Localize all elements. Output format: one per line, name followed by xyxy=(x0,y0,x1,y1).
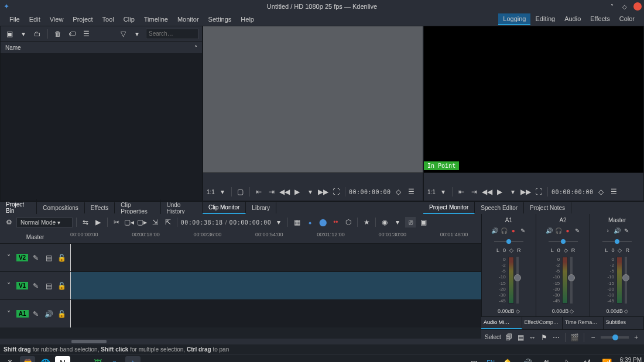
list-options-button[interactable]: ☰ xyxy=(81,29,91,39)
select-tool-5[interactable]: ⋯ xyxy=(552,332,560,343)
track-label-v2[interactable]: V2 xyxy=(16,254,28,261)
project-monitor-ruler[interactable] xyxy=(424,173,643,183)
balance-slider[interactable] xyxy=(494,238,523,245)
timeline-position[interactable]: 00:00:38:18 xyxy=(181,219,223,226)
effects-icon[interactable]: ✎ xyxy=(31,309,42,319)
balance-slider[interactable] xyxy=(602,238,632,245)
clip-options-button[interactable]: ☰ xyxy=(406,187,417,197)
project-forward-end-button[interactable]: ⇥ xyxy=(469,187,479,197)
clip-play-button[interactable]: ▶ xyxy=(292,187,303,197)
tray-wifi-icon[interactable]: 📶 xyxy=(599,356,614,363)
menu-clip[interactable]: Clip xyxy=(119,14,139,25)
tab-clip-monitor[interactable]: Clip Monitor xyxy=(203,202,246,214)
taskbar-kdenlive-icon[interactable]: ✦ xyxy=(125,356,141,363)
mute-icon[interactable]: 🔊 xyxy=(614,227,621,234)
menu-help[interactable]: Help xyxy=(236,14,259,25)
search-input[interactable] xyxy=(146,29,198,39)
db-readout[interactable]: 0.00dB xyxy=(552,308,569,314)
clip-set-zone-button[interactable]: ▢ xyxy=(235,187,246,197)
taskbar-image-icon[interactable]: 🖼 xyxy=(90,356,105,363)
lock-icon[interactable]: 🔓 xyxy=(56,309,67,319)
volume-fader[interactable] xyxy=(570,257,573,304)
project-play-button[interactable]: ▶ xyxy=(495,187,505,197)
layout-effects[interactable]: Effects xyxy=(585,13,614,25)
track-compositing-button[interactable]: ⇆ xyxy=(80,217,91,227)
overwrite-button[interactable]: ▢▸ xyxy=(137,217,148,227)
db-readout[interactable]: 0.00dB xyxy=(498,308,515,314)
menu-view[interactable]: View xyxy=(45,14,68,25)
tray-bluetooth-icon[interactable]: ᛒ xyxy=(559,356,574,363)
tray-icon-1[interactable]: ⊞ xyxy=(467,356,482,363)
taskbar-brave-icon[interactable]: 🦁 xyxy=(20,356,35,363)
tab-subtitles[interactable]: Subtitles xyxy=(604,317,645,329)
clip-rewind-button[interactable]: ◀◀ xyxy=(279,187,290,197)
track-v1[interactable]: ˅ V1 ✎ ▤ 🔓 xyxy=(0,271,481,299)
volume-fader[interactable] xyxy=(625,257,627,304)
clip-rewind-start-button[interactable]: ⇤ xyxy=(254,187,264,197)
tab-effect-composition[interactable]: Effect/Composition … xyxy=(522,317,563,329)
clip-timecode-spinner[interactable]: ◇ xyxy=(393,187,404,197)
expand-track-icon[interactable]: ˅ xyxy=(4,309,14,319)
select-tool-4[interactable]: ⚑ xyxy=(540,332,549,343)
lock-icon[interactable]: 🔓 xyxy=(56,253,67,263)
mute-icon[interactable]: 🔊 xyxy=(491,227,498,234)
clip-fullscreen-button[interactable]: ⛶ xyxy=(331,187,341,197)
menu-monitor[interactable]: Monitor xyxy=(173,14,204,25)
project-fastforward-button[interactable]: ▶▶ xyxy=(520,187,531,197)
marker-4-button[interactable]: •• xyxy=(330,217,341,227)
close-button[interactable] xyxy=(633,2,642,11)
marker-1-button[interactable]: ▦ xyxy=(292,217,302,227)
clip-monitor-ruler[interactable] xyxy=(203,173,423,183)
tab-compositions[interactable]: Compositions xyxy=(37,202,85,213)
timeline-dropdown-icon[interactable]: ▾ xyxy=(273,217,284,227)
clip-zoom-dropdown-icon[interactable]: ▾ xyxy=(217,187,228,197)
project-options-button[interactable]: ☰ xyxy=(609,187,619,197)
tab-effects[interactable]: Effects xyxy=(85,202,115,213)
expand-track-icon[interactable]: ˅ xyxy=(4,253,14,263)
project-play-dropdown-icon[interactable]: ▾ xyxy=(508,187,518,197)
project-timecode-spinner[interactable]: ◇ xyxy=(596,187,607,197)
menu-settings[interactable]: Settings xyxy=(204,14,237,25)
fx-icon[interactable]: ✎ xyxy=(623,227,630,234)
tab-audio-mixer[interactable]: Audio Mi… xyxy=(481,317,522,329)
add-clip-button[interactable]: ▣ xyxy=(4,29,15,39)
minimize-button[interactable]: ˅ xyxy=(608,2,616,11)
project-zoom-ratio[interactable]: 1:1 xyxy=(427,189,436,195)
start-menu-button[interactable]: ⁂ xyxy=(2,356,18,363)
tab-library[interactable]: Library xyxy=(246,202,276,213)
record-icon[interactable]: ● xyxy=(510,227,517,234)
solo-icon[interactable]: 🎧 xyxy=(501,227,508,234)
zoom-slider[interactable] xyxy=(601,336,629,339)
menu-project[interactable]: Project xyxy=(68,14,97,25)
maximize-button[interactable]: ◇ xyxy=(621,2,629,11)
expand-track-icon[interactable]: ˅ xyxy=(4,281,14,291)
effects-icon[interactable]: ✎ xyxy=(30,281,41,291)
effects-icon[interactable]: ✎ xyxy=(30,253,41,263)
db-readout[interactable]: 0.00dB xyxy=(606,308,623,314)
select-tool-3[interactable]: ↔ xyxy=(528,332,536,343)
tray-network-icon[interactable]: ⇅ xyxy=(539,356,554,363)
select-tool-2[interactable]: ▤ xyxy=(516,332,525,343)
filter-dropdown-icon[interactable]: ▾ xyxy=(132,29,142,39)
clip-forward-end-button[interactable]: ⇥ xyxy=(266,187,277,197)
zoom-in-button[interactable]: + xyxy=(632,332,640,343)
volume-fader[interactable] xyxy=(516,257,519,304)
master-track-label[interactable]: Master xyxy=(0,230,70,243)
insert-button[interactable]: ▢◂ xyxy=(124,217,135,227)
project-rewind-start-button[interactable]: ⇤ xyxy=(456,187,467,197)
timeline-ruler[interactable]: 00:00:00:00 00:00:18:00 00:00:36:00 00:0… xyxy=(70,230,481,243)
cut-button[interactable]: ✂ xyxy=(111,217,122,227)
collapse-icon[interactable]: ˄ xyxy=(194,44,197,51)
tab-project-notes[interactable]: Project Notes xyxy=(524,202,571,213)
select-tool-1[interactable]: 🗐 xyxy=(505,332,513,343)
tab-speech-editor[interactable]: Speech Editor xyxy=(475,202,524,213)
mute-icon[interactable]: ▤ xyxy=(43,281,54,291)
tray-volume-icon[interactable]: 🔊 xyxy=(519,356,535,363)
fx-icon[interactable]: ✎ xyxy=(574,227,581,234)
clip-zoom-ratio[interactable]: 1:1 xyxy=(207,189,215,195)
project-timecode[interactable]: 00:00:00:00 xyxy=(551,189,594,195)
tray-battery-icon[interactable]: 🗲 xyxy=(579,356,594,363)
playhead[interactable] xyxy=(70,244,71,271)
bin-column-header[interactable]: Name ˄ xyxy=(1,42,202,53)
layout-color[interactable]: Color xyxy=(615,13,639,25)
